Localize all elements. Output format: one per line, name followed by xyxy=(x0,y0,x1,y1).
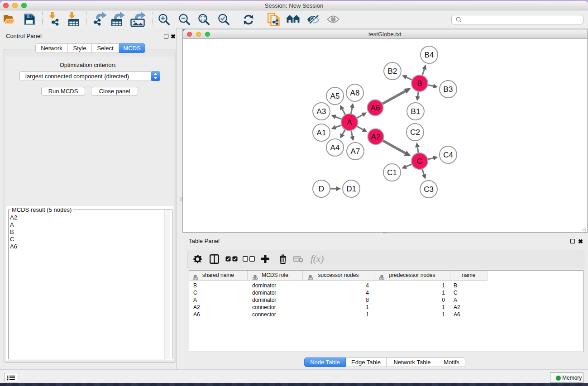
svg-text:B2: B2 xyxy=(388,67,397,76)
svg-text:B3: B3 xyxy=(444,85,453,94)
svg-text:D: D xyxy=(319,185,324,193)
svg-text:A7: A7 xyxy=(351,147,360,156)
svg-text:A: A xyxy=(347,118,352,127)
svg-text:C4: C4 xyxy=(443,151,453,159)
svg-text:B1: B1 xyxy=(411,107,421,116)
svg-text:A4: A4 xyxy=(330,143,340,152)
svg-text:A8: A8 xyxy=(350,89,360,97)
svg-text:B4: B4 xyxy=(425,51,434,59)
svg-text:C2: C2 xyxy=(410,128,420,137)
svg-text:B: B xyxy=(417,79,422,88)
svg-text:C3: C3 xyxy=(424,185,434,194)
svg-text:A2: A2 xyxy=(371,133,381,141)
svg-text:A1: A1 xyxy=(317,129,326,137)
svg-text:A3: A3 xyxy=(317,107,326,116)
svg-text:A6: A6 xyxy=(371,104,380,112)
svg-text:A5: A5 xyxy=(330,92,340,100)
svg-text:C: C xyxy=(417,157,422,166)
svg-text:D1: D1 xyxy=(346,185,356,193)
svg-text:C1: C1 xyxy=(387,168,397,177)
